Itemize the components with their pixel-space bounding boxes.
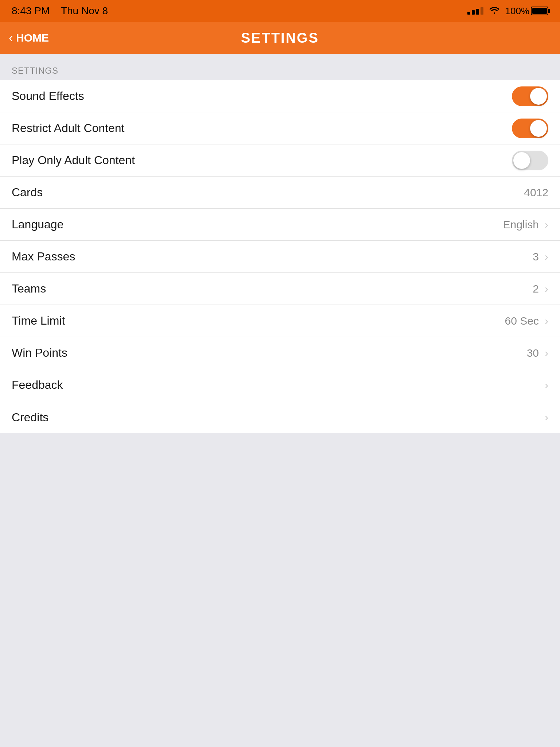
restrict-adult-toggle[interactable] [512, 119, 548, 138]
play-adult-toggle[interactable] [512, 151, 548, 170]
status-bar: 8:43 PM Thu Nov 8 100% [0, 0, 560, 22]
teams-value-container: 2 › [533, 283, 548, 295]
credits-chevron-container: › [545, 412, 548, 423]
battery-icon: 100% [505, 5, 549, 17]
page-title: SETTINGS [241, 30, 319, 46]
chevron-right-icon: › [545, 251, 548, 262]
settings-list: Sound Effects Restrict Adult Content Pla… [0, 80, 560, 433]
time-display: 8:43 PM [12, 5, 50, 16]
max-passes-value-container: 3 › [533, 251, 548, 263]
setting-row-language[interactable]: Language English › [0, 209, 560, 241]
chevron-right-icon: › [545, 219, 548, 230]
wifi-icon [489, 6, 499, 16]
date-display: Thu Nov 8 [61, 5, 108, 16]
toggle-thumb [530, 88, 547, 105]
chevron-right-icon: › [545, 412, 548, 423]
sound-effects-control [512, 86, 548, 106]
max-passes-value: 3 [533, 251, 539, 263]
restrict-adult-control [512, 119, 548, 138]
setting-row-restrict-adult[interactable]: Restrict Adult Content [0, 112, 560, 144]
cards-label: Cards [12, 186, 43, 199]
win-points-label: Win Points [12, 346, 67, 360]
play-adult-control [512, 151, 548, 170]
battery-percent: 100% [505, 5, 530, 17]
toggle-thumb [513, 152, 530, 169]
content-area: SETTINGS Sound Effects Restrict Adult Co… [0, 54, 560, 725]
chevron-right-icon: › [545, 380, 548, 391]
cards-value: 4012 [524, 186, 548, 199]
feedback-label: Feedback [12, 378, 63, 392]
chevron-left-icon: ‹ [9, 31, 13, 44]
setting-row-sound-effects[interactable]: Sound Effects [0, 80, 560, 112]
sound-effects-label: Sound Effects [12, 89, 84, 103]
setting-row-credits[interactable]: Credits › [0, 401, 560, 433]
toggle-thumb [530, 120, 547, 137]
signal-icon [467, 7, 483, 15]
chevron-right-icon: › [545, 348, 548, 359]
home-button-label: HOME [16, 32, 49, 44]
teams-value: 2 [533, 283, 539, 295]
teams-label: Teams [12, 282, 46, 295]
setting-row-time-limit[interactable]: Time Limit 60 Sec › [0, 305, 560, 337]
language-value-container: English › [503, 218, 548, 231]
setting-row-max-passes[interactable]: Max Passes 3 › [0, 241, 560, 273]
max-passes-label: Max Passes [12, 250, 75, 263]
win-points-value-container: 30 › [527, 347, 548, 359]
restrict-adult-label: Restrict Adult Content [12, 121, 124, 135]
time-limit-label: Time Limit [12, 314, 65, 328]
home-button[interactable]: ‹ HOME [9, 31, 49, 44]
language-value: English [503, 218, 539, 231]
setting-row-play-adult[interactable]: Play Only Adult Content [0, 144, 560, 177]
language-label: Language [12, 218, 63, 231]
status-bar-left: 8:43 PM Thu Nov 8 [12, 5, 108, 17]
win-points-value: 30 [527, 347, 539, 359]
bottom-spacer [0, 433, 560, 725]
credits-label: Credits [12, 411, 48, 424]
status-bar-right: 100% [467, 5, 549, 17]
section-header: SETTINGS [0, 58, 560, 80]
cards-value-container: 4012 [524, 186, 548, 199]
time-limit-value-container: 60 Sec › [505, 315, 548, 327]
sound-effects-toggle[interactable] [512, 86, 548, 106]
nav-bar: ‹ HOME SETTINGS [0, 22, 560, 54]
setting-row-cards: Cards 4012 [0, 177, 560, 209]
play-adult-label: Play Only Adult Content [12, 154, 135, 167]
chevron-right-icon: › [545, 283, 548, 294]
setting-row-win-points[interactable]: Win Points 30 › [0, 337, 560, 369]
setting-row-teams[interactable]: Teams 2 › [0, 273, 560, 305]
setting-row-feedback[interactable]: Feedback › [0, 369, 560, 401]
chevron-right-icon: › [545, 316, 548, 326]
feedback-chevron-container: › [545, 380, 548, 391]
time-limit-value: 60 Sec [505, 315, 539, 327]
